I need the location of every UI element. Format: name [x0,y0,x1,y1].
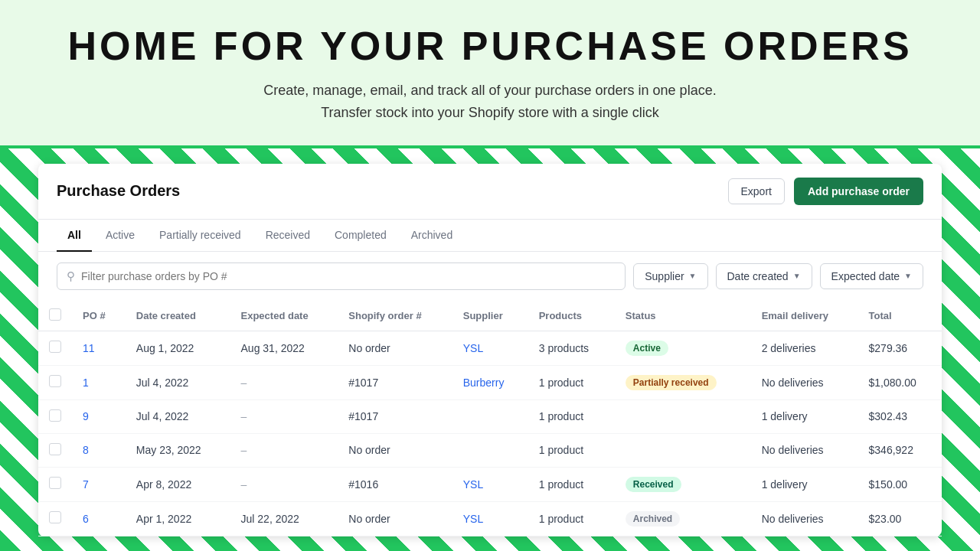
products-cell: 1 product [528,501,615,536]
chevron-down-icon: ▼ [689,272,697,280]
date-created-cell: Jul 4, 2022 [126,399,230,433]
total-cell: $150.00 [858,467,942,501]
expected-date-cell: – [230,433,338,467]
table-row: 7 Apr 8, 2022 – #1016 YSL 1 product Rece… [38,467,942,501]
tab-all[interactable]: All [57,220,92,252]
table-row: 6 Apr 1, 2022 Jul 22, 2022 No order YSL … [38,501,942,536]
col-date-created: Date created [126,301,230,331]
export-button[interactable]: Export [728,178,785,204]
select-all-checkbox[interactable] [49,308,61,321]
row-checkbox[interactable] [49,375,61,387]
col-shopify-order: Shopify order # [338,301,452,331]
col-status: Status [615,301,751,331]
email-delivery-cell: No deliveries [751,501,858,536]
main-card: Purchase Orders Export Add purchase orde… [38,164,942,536]
supplier-link[interactable]: YSL [463,478,483,491]
email-delivery-cell: 1 delivery [751,467,858,501]
col-supplier: Supplier [452,301,528,331]
filter-row: ⚲ Supplier ▼ Date created ▼ Expected dat… [38,252,942,301]
status-badge: Active [626,341,668,356]
po-link[interactable]: 8 [83,444,89,456]
col-po-num: PO # [72,301,126,331]
status-badge: Received [626,477,681,492]
tab-partially-received[interactable]: Partially received [149,220,252,252]
col-products: Products [528,301,615,331]
expected-date-cell: Jul 22, 2022 [230,501,338,536]
status-cell [615,399,751,433]
date-created-cell: Aug 1, 2022 [126,331,230,365]
po-link[interactable]: 1 [83,377,89,389]
email-delivery-cell: No deliveries [751,365,858,399]
chevron-down-icon: ▼ [793,272,801,280]
tab-received[interactable]: Received [255,220,321,252]
supplier-link[interactable]: Burberry [463,377,505,389]
status-badge: Partially received [626,375,717,390]
table-row: 8 May 23, 2022 – No order 1 product No d… [38,433,942,467]
status-badge: Archived [626,511,680,527]
striped-background: Purchase Orders Export Add purchase orde… [0,148,980,551]
row-checkbox[interactable] [49,511,61,523]
shopify-order-cell: #1017 [338,365,452,399]
col-total: Total [858,301,942,331]
products-cell: 1 product [528,467,615,501]
tab-archived[interactable]: Archived [400,220,463,252]
email-delivery-cell: 2 deliveries [751,331,858,365]
shopify-order-cell: #1017 [338,399,452,433]
products-cell: 1 product [528,399,615,433]
po-link[interactable]: 11 [83,342,95,354]
supplier-link[interactable]: YSL [463,342,483,354]
expected-date-cell: – [230,467,338,501]
header-actions: Export Add purchase order [728,178,924,205]
supplier-filter-button[interactable]: Supplier ▼ [633,263,707,289]
total-cell: $279.36 [858,331,942,365]
row-checkbox[interactable] [49,477,61,489]
supplier-link[interactable]: YSL [463,513,483,525]
hero-title: HOME FOR YOUR PURCHASE ORDERS [15,23,965,69]
expected-date-filter-button[interactable]: Expected date ▼ [820,263,923,289]
col-email-delivery: Email delivery [751,301,858,331]
date-created-cell: May 23, 2022 [126,433,230,467]
table-row: 9 Jul 4, 2022 – #1017 1 product 1 delive… [38,399,942,433]
expected-date-cell: Aug 31, 2022 [230,331,338,365]
po-link[interactable]: 7 [83,478,89,491]
total-cell: $1,080.00 [858,365,942,399]
search-box[interactable]: ⚲ [57,262,626,290]
email-delivery-cell: No deliveries [751,433,858,467]
shopify-order-cell: No order [338,501,452,536]
row-checkbox[interactable] [49,409,61,422]
search-input[interactable] [81,270,616,282]
row-checkbox[interactable] [49,443,61,455]
add-purchase-order-button[interactable]: Add purchase order [794,178,923,205]
date-created-cell: Jul 4, 2022 [126,365,230,399]
products-cell: 1 product [528,433,615,467]
page-title: Purchase Orders [57,182,180,200]
date-created-cell: Apr 8, 2022 [126,467,230,501]
card-header: Purchase Orders Export Add purchase orde… [38,164,942,220]
products-cell: 1 product [528,365,615,399]
email-delivery-cell: 1 delivery [751,399,858,433]
tab-active[interactable]: Active [95,220,145,252]
po-link[interactable]: 6 [83,513,89,525]
total-cell: $346,922 [858,433,942,467]
row-checkbox[interactable] [49,341,61,353]
supplier-cell [452,399,528,433]
shopify-order-cell: No order [338,331,452,365]
col-expected-date: Expected date [230,301,338,331]
total-cell: $302.43 [858,399,942,433]
tabs-bar: All Active Partially received Received C… [38,220,942,252]
chevron-down-icon: ▼ [904,272,912,280]
table-row: 11 Aug 1, 2022 Aug 31, 2022 No order YSL… [38,331,942,365]
date-created-cell: Apr 1, 2022 [126,501,230,536]
date-created-filter-button[interactable]: Date created ▼ [716,263,812,289]
hero-banner: HOME FOR YOUR PURCHASE ORDERS Create, ma… [0,0,980,148]
tab-completed[interactable]: Completed [324,220,397,252]
table-wrapper: PO # Date created Expected date Shopify … [38,301,942,536]
table-row: 1 Jul 4, 2022 – #1017 Burberry 1 product… [38,365,942,399]
shopify-order-cell: #1016 [338,467,452,501]
po-link[interactable]: 9 [83,410,89,422]
supplier-cell [452,433,528,467]
products-cell: 3 products [528,331,615,365]
expected-date-cell: – [230,365,338,399]
total-cell: $23.00 [858,501,942,536]
purchase-orders-table: PO # Date created Expected date Shopify … [38,301,942,536]
